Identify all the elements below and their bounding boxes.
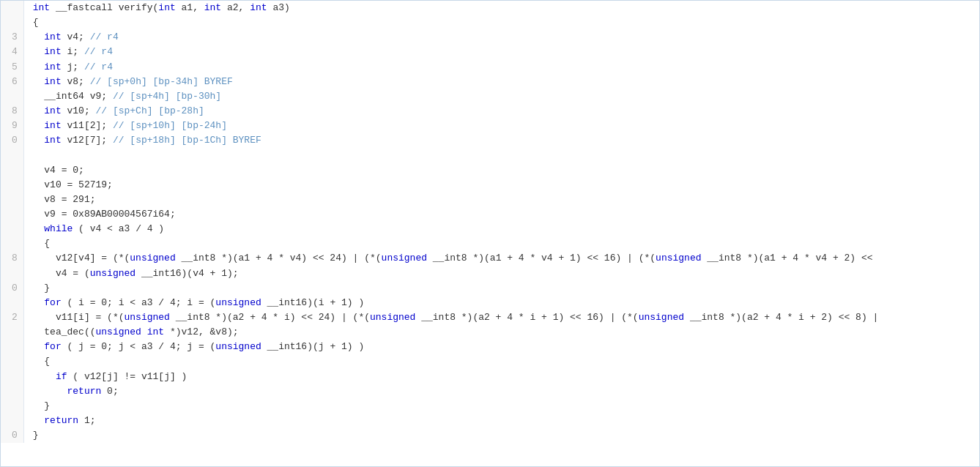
code-table: int __fastcall verify(int a1, int a2, in… <box>1 1 979 443</box>
code-content: v10 = 52719; <box>23 178 979 193</box>
table-row: 9 int v11[2]; // [sp+10h] [bp-24h] <box>1 119 979 133</box>
table-row: 8 int v10; // [sp+Ch] [bp-28h] <box>1 104 979 119</box>
table-row: { <box>1 354 979 369</box>
code-content: v9 = 0x89AB00004567i64; <box>23 207 979 222</box>
code-content: if ( v12[j] != v11[j] ) <box>23 370 979 384</box>
table-row: int __fastcall verify(int a1, int a2, in… <box>1 1 979 15</box>
code-content: while ( v4 < a3 / 4 ) <box>23 222 979 236</box>
table-row <box>1 148 979 162</box>
table-row: tea_dec((unsigned int *)v12, &v8); <box>1 325 979 340</box>
code-content: int i; // r4 <box>23 45 979 59</box>
code-editor[interactable]: int __fastcall verify(int a1, int a2, in… <box>0 0 980 467</box>
code-content: } <box>23 399 979 414</box>
line-number: 0 <box>1 133 23 148</box>
line-number: 0 <box>1 428 23 443</box>
table-row: { <box>1 15 979 30</box>
table-row: 0 int v12[7]; // [sp+18h] [bp-1Ch] BYREF <box>1 133 979 148</box>
table-row: { <box>1 236 979 251</box>
table-row: if ( v12[j] != v11[j] ) <box>1 370 979 384</box>
line-number <box>1 384 23 399</box>
table-row: 2 v11[i] = (*(unsigned __int8 *)(a2 + 4 … <box>1 310 979 325</box>
table-row: 8 v12[v4] = (*(unsigned __int8 *)(a1 + 4… <box>1 251 979 266</box>
code-content: tea_dec((unsigned int *)v12, &v8); <box>23 325 979 340</box>
table-row: 3 int v4; // r4 <box>1 30 979 45</box>
line-number <box>1 399 23 414</box>
line-number <box>1 340 23 354</box>
line-number <box>1 325 23 340</box>
line-number <box>1 1 23 15</box>
line-number: 9 <box>1 119 23 133</box>
table-row: v9 = 0x89AB00004567i64; <box>1 207 979 222</box>
line-number <box>1 222 23 236</box>
code-content: return 1; <box>23 414 979 428</box>
table-row: v4 = (unsigned __int16)(v4 + 1); <box>1 266 979 281</box>
code-content: v4 = 0; <box>23 163 979 178</box>
code-content: v12[v4] = (*(unsigned __int8 *)(a1 + 4 *… <box>23 251 979 266</box>
line-number <box>1 15 23 30</box>
code-content: for ( i = 0; i < a3 / 4; i = (unsigned _… <box>23 296 979 310</box>
code-content: int __fastcall verify(int a1, int a2, in… <box>23 1 979 15</box>
line-number <box>1 207 23 222</box>
line-number <box>1 296 23 310</box>
line-number: 8 <box>1 251 23 266</box>
line-number <box>1 178 23 193</box>
table-row: return 1; <box>1 414 979 428</box>
table-row: for ( j = 0; j < a3 / 4; j = (unsigned _… <box>1 340 979 354</box>
table-row: } <box>1 399 979 414</box>
line-number: 4 <box>1 45 23 59</box>
line-number: 5 <box>1 60 23 75</box>
table-row: for ( i = 0; i < a3 / 4; i = (unsigned _… <box>1 296 979 310</box>
line-number <box>1 236 23 251</box>
line-number: 2 <box>1 310 23 325</box>
line-number: 0 <box>1 281 23 296</box>
line-number <box>1 148 23 162</box>
table-row: v4 = 0; <box>1 163 979 178</box>
code-content: } <box>23 281 979 296</box>
code-content <box>23 148 979 162</box>
line-number <box>1 354 23 369</box>
line-number: 8 <box>1 104 23 119</box>
line-number <box>1 414 23 428</box>
table-row: 4 int i; // r4 <box>1 45 979 59</box>
line-number: 3 <box>1 30 23 45</box>
line-number: 6 <box>1 75 23 89</box>
code-content: v8 = 291; <box>23 193 979 207</box>
code-content: __int64 v9; // [sp+4h] [bp-30h] <box>23 89 979 104</box>
code-content: int j; // r4 <box>23 60 979 75</box>
line-number <box>1 266 23 281</box>
code-content: { <box>23 15 979 30</box>
table-row: v8 = 291; <box>1 193 979 207</box>
code-content: { <box>23 354 979 369</box>
code-content: int v12[7]; // [sp+18h] [bp-1Ch] BYREF <box>23 133 979 148</box>
table-row: __int64 v9; // [sp+4h] [bp-30h] <box>1 89 979 104</box>
code-content: int v10; // [sp+Ch] [bp-28h] <box>23 104 979 119</box>
table-row: 6 int v8; // [sp+0h] [bp-34h] BYREF <box>1 75 979 89</box>
code-content: { <box>23 236 979 251</box>
table-row: 5 int j; // r4 <box>1 60 979 75</box>
code-content: v11[i] = (*(unsigned __int8 *)(a2 + 4 * … <box>23 310 979 325</box>
line-number <box>1 370 23 384</box>
table-row: return 0; <box>1 384 979 399</box>
code-content: v4 = (unsigned __int16)(v4 + 1); <box>23 266 979 281</box>
code-content: return 0; <box>23 384 979 399</box>
table-row: v10 = 52719; <box>1 178 979 193</box>
code-content: } <box>23 428 979 443</box>
table-row: 0 } <box>1 281 979 296</box>
code-content: for ( j = 0; j < a3 / 4; j = (unsigned _… <box>23 340 979 354</box>
code-content: int v11[2]; // [sp+10h] [bp-24h] <box>23 119 979 133</box>
line-number <box>1 89 23 104</box>
line-number <box>1 163 23 178</box>
line-number <box>1 193 23 207</box>
code-content: int v8; // [sp+0h] [bp-34h] BYREF <box>23 75 979 89</box>
code-content: int v4; // r4 <box>23 30 979 45</box>
table-row: while ( v4 < a3 / 4 ) <box>1 222 979 236</box>
table-row: 0} <box>1 428 979 443</box>
